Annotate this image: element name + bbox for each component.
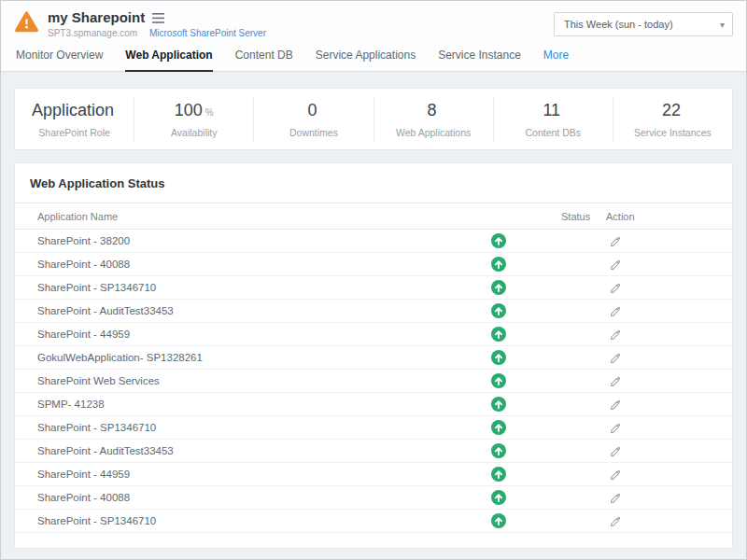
application-name[interactable]: SharePoint - AuditTest33453 xyxy=(37,445,466,456)
tab-web-application[interactable]: Web Application xyxy=(125,49,212,72)
page-title: my Sharepoint xyxy=(48,9,145,25)
stat-value: 8 xyxy=(428,101,437,119)
application-name[interactable]: SharePoint - 40088 xyxy=(37,492,466,503)
edit-pencil-icon[interactable] xyxy=(608,280,624,296)
status-up-icon xyxy=(466,373,531,388)
menu-icon[interactable] xyxy=(152,13,164,23)
edit-pencil-icon[interactable] xyxy=(608,420,624,436)
chevron-down-icon: ▾ xyxy=(720,20,725,30)
application-name[interactable]: SharePoint - SP1346710 xyxy=(37,282,466,293)
edit-pencil-icon[interactable] xyxy=(608,257,624,273)
table-row[interactable]: SharePoint - AuditTest33453 xyxy=(15,440,732,463)
action-cell xyxy=(606,233,690,249)
column-header-status: Status xyxy=(531,211,606,222)
application-name[interactable]: SharePoint - 44959 xyxy=(37,329,466,340)
edit-pencil-icon[interactable] xyxy=(608,443,624,459)
stat-label: Content DBs xyxy=(494,127,613,138)
stats-summary-card: Application SharePoint Role 100% Availab… xyxy=(14,88,733,150)
application-name[interactable]: SharePoint Web Services xyxy=(37,375,466,386)
app-window: my Sharepoint SPT3.spmanage.com Microsof… xyxy=(0,0,747,560)
table-header-row: Application Name Status Action xyxy=(15,203,732,230)
tab-more[interactable]: More xyxy=(543,49,569,72)
stat-value: 100 xyxy=(175,101,203,119)
stat-item: 100% Availability xyxy=(134,97,254,142)
edit-pencil-icon[interactable] xyxy=(608,303,624,319)
edit-pencil-icon[interactable] xyxy=(608,373,624,389)
stat-unit: % xyxy=(205,107,214,118)
action-cell xyxy=(606,373,690,389)
application-name[interactable]: SharePoint - SP1346710 xyxy=(37,515,466,526)
tab-service-applications[interactable]: Service Applications xyxy=(316,49,416,72)
warning-triangle-icon xyxy=(14,10,39,34)
table-row[interactable]: SharePoint - SP1346710 xyxy=(15,276,732,300)
stat-item: 8 Web Applications xyxy=(374,97,494,142)
action-cell xyxy=(606,490,690,506)
edit-pencil-icon[interactable] xyxy=(608,513,624,529)
table-row[interactable]: SharePoint - SP1346710 xyxy=(15,510,732,533)
application-name[interactable]: SharePoint - 40088 xyxy=(37,259,466,270)
status-up-icon xyxy=(466,467,531,482)
application-name[interactable]: SharePoint - AuditTest33453 xyxy=(37,305,466,316)
column-header-action: Action xyxy=(606,211,690,222)
table-row[interactable]: SharePoint - AuditTest33453 xyxy=(15,300,732,323)
edit-pencil-icon[interactable] xyxy=(608,350,624,366)
table-row[interactable]: GokulWebApplication- SP1328261 xyxy=(15,346,732,370)
table-row[interactable]: SharePoint - SP1346710 xyxy=(15,416,732,440)
table-row[interactable]: SharePoint - 38200 xyxy=(15,230,732,253)
action-cell xyxy=(606,443,690,459)
host-name: SPT3.spmanage.com xyxy=(48,28,137,38)
stat-label: Service Instances xyxy=(613,127,732,138)
application-name[interactable]: GokulWebApplication- SP1328261 xyxy=(37,352,466,363)
action-cell xyxy=(606,327,690,343)
stat-item: Application SharePoint Role xyxy=(15,97,134,142)
action-cell xyxy=(606,257,690,273)
table-row[interactable]: SharePoint - 44959 xyxy=(15,323,732,346)
stat-value: Application xyxy=(32,101,114,119)
tab-content-db[interactable]: Content DB xyxy=(235,49,293,72)
edit-pencil-icon[interactable] xyxy=(608,467,624,483)
status-up-icon xyxy=(466,280,531,295)
stat-label: SharePoint Role xyxy=(15,127,134,138)
card-title: Web Application Status xyxy=(15,163,732,203)
edit-pencil-icon[interactable] xyxy=(608,327,624,343)
application-name[interactable]: SharePoint - SP1346710 xyxy=(37,422,466,433)
status-up-icon xyxy=(466,303,531,318)
application-name[interactable]: SharePoint - 38200 xyxy=(37,235,466,246)
edit-pencil-icon[interactable] xyxy=(608,397,624,413)
server-type-link[interactable]: Microsoft SharePoint Server xyxy=(149,28,266,38)
stat-item: 0 Downtimes xyxy=(254,97,374,142)
stat-item: 11 Content DBs xyxy=(494,97,613,142)
stat-value: 22 xyxy=(662,101,681,119)
edit-pencil-icon[interactable] xyxy=(608,233,624,249)
stat-label: Downtimes xyxy=(254,127,373,138)
tab-bar: Monitor OverviewWeb ApplicationContent D… xyxy=(1,44,746,72)
time-range-select[interactable]: This Week (sun - today) ▾ xyxy=(554,12,733,36)
table-row[interactable]: SharePoint Web Services xyxy=(15,370,732,393)
column-header-application-name: Application Name xyxy=(37,211,466,222)
status-up-icon xyxy=(466,257,531,272)
monitor-header: my Sharepoint SPT3.spmanage.com Microsof… xyxy=(1,1,746,44)
stat-label: Availability xyxy=(134,127,253,138)
tab-service-instance[interactable]: Service Instance xyxy=(438,49,521,72)
status-up-icon xyxy=(466,397,531,412)
action-cell xyxy=(606,280,690,296)
stat-label: Web Applications xyxy=(374,127,493,138)
stat-value: 11 xyxy=(543,101,560,119)
stat-value: 0 xyxy=(307,101,317,119)
table-body: SharePoint - 38200 SharePoint - 40088 xyxy=(15,230,732,533)
action-cell xyxy=(606,397,690,413)
stat-item: 22 Service Instances xyxy=(613,97,732,142)
action-cell xyxy=(606,350,690,366)
table-row[interactable]: SharePoint - 40088 xyxy=(15,253,732,276)
web-application-status-card: Web Application Status Application Name … xyxy=(14,162,733,549)
table-row[interactable]: SharePoint - 44959 xyxy=(15,463,732,486)
tab-monitor-overview[interactable]: Monitor Overview xyxy=(16,49,103,72)
table-row[interactable]: SharePoint - 40088 xyxy=(15,486,732,510)
table-row[interactable]: SPMP- 41238 xyxy=(15,393,732,416)
application-name[interactable]: SPMP- 41238 xyxy=(37,399,466,410)
time-range-value: This Week (sun - today) xyxy=(564,19,673,30)
application-name[interactable]: SharePoint - 44959 xyxy=(37,469,466,480)
status-up-icon xyxy=(466,350,531,365)
action-cell xyxy=(606,303,690,319)
edit-pencil-icon[interactable] xyxy=(608,490,624,506)
